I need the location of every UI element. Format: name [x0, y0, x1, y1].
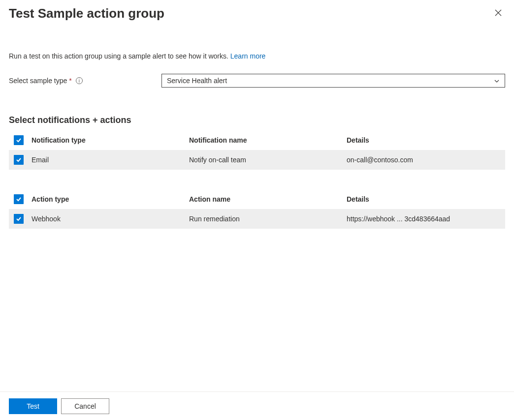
notifications-header-type: Notification type	[32, 136, 189, 144]
actions-header-name: Action name	[189, 195, 347, 203]
sample-type-label: Select sample type * i	[9, 77, 161, 85]
test-action-group-panel: Test Sample action group Run a test on t…	[0, 0, 514, 420]
sample-type-label-text: Select sample type	[9, 77, 67, 85]
notifications-header-details: Details	[347, 136, 500, 144]
panel-header: Test Sample action group	[9, 6, 505, 22]
sample-type-selected-value: Service Health alert	[167, 77, 227, 85]
table-row: Webhook Run remediation https://webhook …	[9, 209, 505, 229]
required-star-icon: *	[69, 77, 71, 85]
notifications-header-row: Notification type Notification name Deta…	[9, 130, 505, 150]
panel-footer: Test Cancel	[0, 391, 514, 420]
action-details-cell: https://webhook ... 3cd483664aad	[347, 215, 500, 223]
checkmark-icon	[15, 156, 22, 163]
checkmark-icon	[15, 137, 22, 144]
actions-header-type: Action type	[32, 195, 189, 203]
sample-type-select[interactable]: Service Health alert	[161, 74, 505, 88]
panel-title: Test Sample action group	[9, 6, 164, 21]
close-button[interactable]	[491, 6, 505, 22]
notification-type-cell: Email	[32, 156, 189, 164]
test-button[interactable]: Test	[9, 398, 57, 414]
info-icon[interactable]: i	[76, 77, 83, 84]
action-row-checkbox[interactable]	[14, 214, 24, 224]
notifications-header-name: Notification name	[189, 136, 347, 144]
action-name-cell: Run remediation	[189, 215, 347, 223]
checkmark-icon	[15, 215, 22, 222]
close-icon	[494, 9, 502, 17]
cancel-button[interactable]: Cancel	[61, 398, 109, 414]
notification-details-cell: on-call@contoso.com	[347, 156, 500, 164]
sample-type-row: Select sample type * i Service Health al…	[9, 74, 505, 88]
actions-header-row: Action type Action name Details	[9, 189, 505, 209]
chevron-down-icon	[494, 78, 500, 84]
checkmark-icon	[15, 196, 22, 203]
panel-description: Run a test on this action group using a …	[9, 52, 505, 60]
section-title: Select notifications + actions	[9, 115, 505, 125]
table-row: Email Notify on-call team on-call@contos…	[9, 150, 505, 170]
notification-row-checkbox[interactable]	[14, 155, 24, 165]
notifications-select-all-checkbox[interactable]	[14, 135, 24, 145]
actions-table: Action type Action name Details Webhook …	[9, 189, 505, 229]
description-text: Run a test on this action group using a …	[9, 52, 230, 60]
actions-header-details: Details	[347, 195, 500, 203]
notification-name-cell: Notify on-call team	[189, 156, 347, 164]
learn-more-link[interactable]: Learn more	[230, 52, 266, 60]
action-type-cell: Webhook	[32, 215, 189, 223]
actions-select-all-checkbox[interactable]	[14, 194, 24, 204]
notifications-table: Notification type Notification name Deta…	[9, 130, 505, 170]
